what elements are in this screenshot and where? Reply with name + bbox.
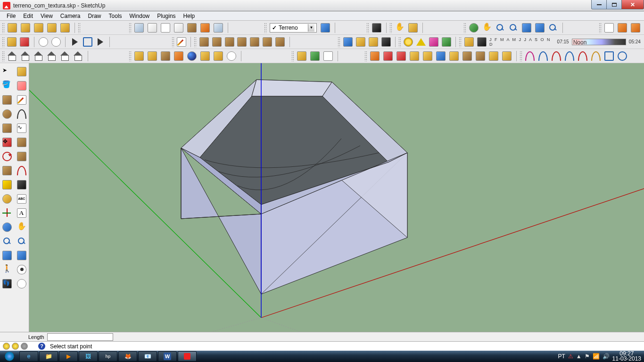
person-icon[interactable] [172,50,185,62]
zoom-extents-icon[interactable] [15,235,28,248]
start-button[interactable] [0,351,19,362]
3d-text-icon[interactable] [15,206,28,220]
cancel-icon[interactable] [18,36,31,48]
back-view-icon[interactable] [58,50,72,62]
hidden-line-icon[interactable] [159,22,172,34]
sandbox-icon[interactable] [210,36,223,48]
flag-icon[interactable] [94,36,107,48]
section-cut-icon[interactable] [629,22,642,34]
volume-icon[interactable]: 🔊 [603,353,610,360]
component-icon[interactable] [6,22,19,34]
sandbox-tool-icon[interactable] [447,50,461,62]
circle-icon[interactable] [0,107,14,121]
measurement-input[interactable] [47,333,113,341]
style-icon[interactable] [367,36,380,48]
palette-icon[interactable] [440,36,453,48]
text-label-icon[interactable]: ABC [15,192,28,206]
month-slider-label[interactable]: J F M A M J J A S O N D [488,37,556,47]
taskbar-item-app[interactable]: 🖼 [79,351,98,362]
color-picker-icon[interactable] [428,36,440,48]
pan-icon[interactable] [393,22,406,34]
dimension-icon[interactable] [15,178,28,191]
layer-dropdown[interactable]: ✓ Terreno ▼ [270,23,317,33]
sandbox-tool-icon[interactable] [421,50,434,62]
maximize-button[interactable] [606,0,622,9]
orbit-icon[interactable] [467,22,480,34]
menu-draw[interactable]: Draw [84,12,105,20]
sun-icon[interactable] [402,36,415,48]
taskbar-item-hp[interactable]: hp [99,351,117,362]
arc-tool-icon[interactable] [576,50,589,62]
scale-icon[interactable] [0,164,14,177]
protractor-icon[interactable] [0,192,14,206]
arc-tool-icon[interactable] [563,50,576,62]
warehouse-icon[interactable] [132,50,146,62]
section-icon[interactable] [15,277,28,290]
play-icon[interactable] [68,36,81,48]
shaded-texture-icon[interactable] [132,22,146,34]
sandbox-tool-icon[interactable] [368,50,381,62]
iso-view-icon[interactable] [6,50,19,62]
dynamic-component-icon[interactable] [322,50,335,62]
tape-measure-icon[interactable] [0,178,14,191]
arc-tool-icon[interactable] [550,50,563,62]
sandbox-tool-icon[interactable] [434,50,447,62]
menu-camera[interactable]: Camera [57,12,84,20]
front-view-icon[interactable] [32,50,45,62]
sandbox-icon[interactable] [248,36,261,48]
box-icon[interactable] [212,50,225,62]
sandbox-tool-icon[interactable] [487,50,500,62]
wireframe-icon[interactable] [146,22,159,34]
rotate-icon[interactable] [0,150,14,163]
orbit-icon[interactable] [406,22,420,34]
taskbar-item-word[interactable]: W [158,351,177,362]
offset-icon[interactable] [15,164,28,177]
minimize-button[interactable] [591,0,607,9]
component-icon[interactable] [45,22,58,34]
walk-icon[interactable]: 👣 [0,277,14,290]
sandbox-tool-icon[interactable] [474,50,487,62]
style-icon[interactable] [341,36,354,48]
arc-icon[interactable] [15,107,28,121]
menu-help[interactable]: Help [180,12,199,20]
zoom-extents-icon[interactable] [546,22,560,34]
position-camera-icon[interactable] [0,263,14,276]
sandbox-icon[interactable] [236,36,248,48]
sandbox-icon[interactable] [223,36,236,48]
new-file-icon[interactable] [6,36,18,48]
style-icon[interactable] [380,36,392,48]
box-icon[interactable] [198,50,212,62]
upload-icon[interactable] [146,50,159,62]
sandbox-icon[interactable] [198,36,210,48]
layer-manager-icon[interactable] [319,22,332,34]
previous-icon[interactable] [0,249,14,262]
help-icon[interactable]: ? [38,343,45,350]
language-indicator[interactable]: PT [558,353,565,360]
menu-file[interactable]: File [3,12,19,20]
stop-icon[interactable] [81,36,94,48]
section-plane-icon[interactable] [603,22,616,34]
arc-tool-icon[interactable] [537,50,550,62]
network-icon[interactable]: 📶 [593,353,600,360]
zoom-icon[interactable] [494,22,507,34]
right-view-icon[interactable] [45,50,58,62]
shadow-toggle-icon[interactable] [462,36,475,48]
move-icon[interactable]: ✥ [0,136,14,149]
arc-tool-icon[interactable] [589,50,603,62]
flag-icon[interactable]: ⚑ [585,353,590,360]
sandbox-icon[interactable] [261,36,274,48]
orbit-icon[interactable] [0,221,14,234]
taskbar-item-sketchup[interactable] [178,351,197,362]
eraser-icon[interactable] [15,79,28,92]
gear-icon[interactable] [225,50,238,62]
alert-icon[interactable]: ⚠ [568,353,573,360]
chevron-up-icon[interactable]: ▲ [576,353,582,360]
menu-window[interactable]: Window [126,12,154,20]
axes-icon[interactable] [0,206,14,220]
pushpull-icon[interactable] [15,136,28,149]
time-slider[interactable]: Noon [572,39,626,45]
menu-view[interactable]: View [37,12,57,20]
select-tool-icon[interactable]: ➤ [0,65,14,78]
taskbar-item-firefox[interactable]: 🦊 [118,351,137,362]
zoom-window-icon[interactable] [507,22,520,34]
